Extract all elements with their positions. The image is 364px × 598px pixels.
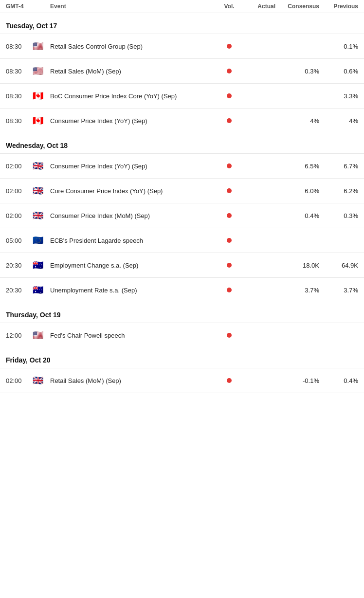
event-consensus: -0.1% [275,377,319,384]
volatility-dot [227,69,232,73]
event-volatility [217,238,241,243]
table-row[interactable]: 02:00🇬🇧Consumer Price Index (MoM) (Sep)0… [0,203,364,228]
event-time: 08:30 [6,92,33,100]
volatility-dot [227,44,232,49]
section-header-0: Tuesday, Oct 17 [0,13,364,34]
event-flag: 🇪🇺 [33,235,50,246]
event-consensus: 6.5% [275,163,319,170]
event-time: 08:30 [6,43,33,50]
table-row[interactable]: 20:30🇦🇺Unemployment Rate s.a. (Sep)3.7%3… [0,277,364,302]
section-header-2: Thursday, Oct 19 [0,302,364,323]
event-volatility [217,69,241,73]
table-header: GMT-4 Event Vol. Actual Consensus Previo… [0,0,364,13]
event-consensus: 0.3% [275,68,319,75]
event-volatility [217,188,241,193]
section-header-1: Wednesday, Oct 18 [0,133,364,153]
event-flag: 🇬🇧 [33,185,50,196]
volatility-dot [227,263,232,268]
header-previous: Previous [319,3,358,10]
event-consensus: 4% [275,117,319,125]
event-name: BoC Consumer Price Index Core (YoY) (Sep… [50,92,217,100]
volatility-dot [227,163,232,168]
event-flag: 🇦🇺 [33,260,50,271]
event-previous: 0.3% [319,212,358,219]
event-previous: 4% [319,117,358,125]
event-time: 02:00 [6,377,33,384]
event-flag: 🇨🇦 [33,91,50,101]
volatility-dot [227,188,232,193]
table-row[interactable]: 02:00🇬🇧Retail Sales (MoM) (Sep)-0.1%0.4% [0,368,364,393]
event-volatility [217,118,241,123]
event-time: 02:00 [6,212,33,219]
event-name: Core Consumer Price Index (YoY) (Sep) [50,187,217,195]
event-flag: 🇺🇸 [33,330,50,341]
event-flag: 🇦🇺 [33,285,50,295]
event-time: 02:00 [6,163,33,170]
event-previous: 64.9K [319,262,358,269]
table-row[interactable]: 02:00🇬🇧Core Consumer Price Index (YoY) (… [0,178,364,203]
header-event: Event [50,3,217,10]
event-flag: 🇬🇧 [33,161,50,171]
event-volatility [217,288,241,292]
event-time: 20:30 [6,287,33,294]
event-time: 12:00 [6,332,33,339]
event-name: Unemployment Rate s.a. (Sep) [50,287,217,294]
event-time: 08:30 [6,68,33,75]
event-previous: 3.3% [319,92,358,100]
header-consensus: Consensus [275,3,319,10]
sections-container: Tuesday, Oct 1708:30🇺🇸Retail Sales Contr… [0,13,364,393]
header-vol: Vol. [217,3,241,10]
event-name: Retail Sales (MoM) (Sep) [50,68,217,75]
event-consensus: 6.0% [275,187,319,195]
event-name: Fed's Chair Powell speech [50,332,217,339]
event-time: 02:00 [6,187,33,195]
event-consensus: 0.4% [275,212,319,219]
volatility-dot [227,213,232,218]
volatility-dot [227,288,232,292]
event-consensus: 18.0K [275,262,319,269]
event-previous: 6.2% [319,187,358,195]
event-flag: 🇺🇸 [33,41,50,52]
event-volatility [217,93,241,98]
event-volatility [217,378,241,383]
header-timezone: GMT-4 [6,3,33,10]
header-actual: Actual [241,3,275,10]
event-name: Retail Sales (MoM) (Sep) [50,377,217,384]
section-header-3: Friday, Oct 20 [0,347,364,368]
event-time: 05:00 [6,237,33,244]
event-previous: 6.7% [319,163,358,170]
event-time: 08:30 [6,117,33,125]
event-volatility [217,213,241,218]
event-previous: 0.1% [319,43,358,50]
table-row[interactable]: 05:00🇪🇺ECB's President Lagarde speech [0,228,364,253]
event-name: ECB's President Lagarde speech [50,237,217,244]
event-volatility [217,44,241,49]
event-volatility [217,163,241,168]
table-row[interactable]: 20:30🇦🇺Employment Change s.a. (Sep)18.0K… [0,253,364,277]
event-name: Consumer Price Index (YoY) (Sep) [50,163,217,170]
event-flag: 🇨🇦 [33,115,50,126]
event-consensus: 3.7% [275,287,319,294]
table-row[interactable]: 02:00🇬🇧Consumer Price Index (YoY) (Sep)6… [0,153,364,178]
event-flag: 🇺🇸 [33,66,50,76]
event-time: 20:30 [6,262,33,269]
volatility-dot [227,238,232,243]
event-flag: 🇬🇧 [33,210,50,221]
event-name: Consumer Price Index (YoY) (Sep) [50,117,217,125]
event-name: Retail Sales Control Group (Sep) [50,43,217,50]
volatility-dot [227,93,232,98]
volatility-dot [227,378,232,383]
event-volatility [217,333,241,338]
volatility-dot [227,333,232,338]
table-row[interactable]: 08:30🇺🇸Retail Sales (MoM) (Sep)0.3%0.6% [0,58,364,83]
event-name: Employment Change s.a. (Sep) [50,262,217,269]
event-name: Consumer Price Index (MoM) (Sep) [50,212,217,219]
event-previous: 0.4% [319,377,358,384]
table-row[interactable]: 08:30🇨🇦Consumer Price Index (YoY) (Sep)4… [0,108,364,133]
table-row[interactable]: 08:30🇺🇸Retail Sales Control Group (Sep)0… [0,34,364,58]
event-volatility [217,263,241,268]
event-previous: 0.6% [319,68,358,75]
table-row[interactable]: 08:30🇨🇦BoC Consumer Price Index Core (Yo… [0,83,364,108]
volatility-dot [227,118,232,123]
table-row[interactable]: 12:00🇺🇸Fed's Chair Powell speech [0,323,364,347]
